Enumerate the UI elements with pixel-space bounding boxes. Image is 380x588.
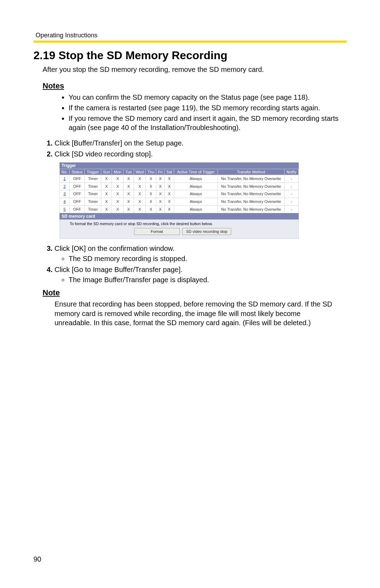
running-header: Operating Instructions xyxy=(36,32,347,39)
cell-day: X xyxy=(156,198,164,205)
cell-day: X xyxy=(156,205,164,213)
cell-active: Always xyxy=(174,198,218,205)
cell-day: X xyxy=(156,175,164,183)
cell-day: X xyxy=(112,175,124,183)
sd-panel: To format the SD memory card or stop SD … xyxy=(59,219,299,239)
th-notify: Notify xyxy=(285,169,299,175)
cell-no[interactable]: 3 xyxy=(60,190,70,198)
cell-day: X xyxy=(101,190,112,198)
note-heading: Note xyxy=(43,288,347,297)
cell-day: X xyxy=(101,198,112,205)
cell-day: X xyxy=(134,198,146,205)
cell-notify: - xyxy=(285,190,299,198)
step-2: Click [SD video recording stop]. xyxy=(55,149,347,159)
notes-item: If you remove the SD memory card and ins… xyxy=(69,114,347,132)
trigger-band: Trigger xyxy=(59,162,299,169)
cell-day: X xyxy=(146,175,156,183)
cell-day: X xyxy=(101,175,112,183)
cell-no[interactable]: 4 xyxy=(60,198,70,205)
notes-item: If the camera is restarted (see page 119… xyxy=(69,103,347,112)
th-method: Transfer Method xyxy=(218,169,285,175)
cell-day: X xyxy=(112,182,124,190)
th-thu: Thu xyxy=(146,169,156,175)
cell-trigger: Timer xyxy=(85,190,101,198)
cell-day: X xyxy=(164,175,174,183)
cell-no[interactable]: 5 xyxy=(60,205,70,213)
cell-day: X xyxy=(164,205,174,213)
cell-status: OFF xyxy=(70,190,85,198)
cell-day: X xyxy=(146,198,156,205)
document-page: Operating Instructions 2.19 Stop the SD … xyxy=(0,0,380,588)
th-tue: Tue xyxy=(124,169,134,175)
cell-method: No Transfer, No Memory Overwrite xyxy=(218,175,285,183)
step-4-sublist: The Image Buffer/Transfer page is displa… xyxy=(59,275,347,285)
notes-list: You can confirm the SD memory capacity o… xyxy=(55,93,347,132)
cell-day: X xyxy=(146,205,156,213)
step-3-text: Click [OK] on the confirmation window. xyxy=(55,245,175,252)
cell-day: X xyxy=(124,198,134,205)
cell-method: No Transfer, No Memory Overwrite xyxy=(218,182,285,190)
notes-item: You can confirm the SD memory capacity o… xyxy=(69,93,347,102)
cell-day: X xyxy=(112,190,124,198)
cell-day: X xyxy=(124,175,134,183)
th-no: No. xyxy=(60,169,70,175)
intro-text: After you stop the SD memory recording, … xyxy=(43,66,347,74)
cell-day: X xyxy=(156,182,164,190)
notes-heading: Notes xyxy=(43,81,347,91)
cell-day: X xyxy=(134,205,146,213)
cell-trigger: Timer xyxy=(85,198,101,205)
cell-day: X xyxy=(112,205,124,213)
cell-active: Always xyxy=(174,205,218,213)
cell-day: X xyxy=(134,182,146,190)
table-row: 4OFFTimerXXXXXXXAlwaysNo Transfer, No Me… xyxy=(60,198,299,205)
cell-trigger: Timer xyxy=(85,182,101,190)
cell-notify: - xyxy=(285,205,299,213)
format-button[interactable]: Format xyxy=(134,228,180,235)
th-sun: Sun xyxy=(101,169,112,175)
cell-method: No Transfer, No Memory Overwrite xyxy=(218,198,285,205)
cell-active: Always xyxy=(174,175,218,183)
cell-day: X xyxy=(124,205,134,213)
cell-day: X xyxy=(164,190,174,198)
cell-active: Always xyxy=(174,182,218,190)
table-row: 5OFFTimerXXXXXXXAlwaysNo Transfer, No Me… xyxy=(60,205,299,213)
cell-active: Always xyxy=(174,190,218,198)
step-3: Click [OK] on the confirmation window. T… xyxy=(55,244,347,264)
cell-status: OFF xyxy=(70,182,85,190)
cell-day: X xyxy=(101,205,112,213)
cell-method: No Transfer, No Memory Overwrite xyxy=(218,190,285,198)
section-title: 2.19 Stop the SD Memory Recording xyxy=(33,49,347,62)
cell-status: OFF xyxy=(70,175,85,183)
th-mon: Mon xyxy=(112,169,124,175)
cell-day: X xyxy=(156,190,164,198)
sd-instruction-text: To format the SD memory card or stop SD … xyxy=(70,222,296,226)
step-4-text: Click [Go to Image Buffer/Transfer page]… xyxy=(55,266,183,273)
cell-day: X xyxy=(146,182,156,190)
table-row: 1OFFTimerXXXXXXXAlwaysNo Transfer, No Me… xyxy=(60,175,299,183)
steps-list-top: Click [Buffer/Transfer] on the Setup pag… xyxy=(43,138,347,159)
th-trigger: Trigger xyxy=(85,169,101,175)
step-4: Click [Go to Image Buffer/Transfer page]… xyxy=(55,265,347,285)
step-4-sub: The Image Buffer/Transfer page is displa… xyxy=(69,275,347,285)
cell-trigger: Timer xyxy=(85,175,101,183)
cell-day: X xyxy=(134,175,146,183)
sd-band: SD memory card xyxy=(59,213,299,219)
table-row: 2OFFTimerXXXXXXXAlwaysNo Transfer, No Me… xyxy=(60,182,299,190)
cell-notify: - xyxy=(285,198,299,205)
trigger-body: 1OFFTimerXXXXXXXAlwaysNo Transfer, No Me… xyxy=(60,175,299,213)
sd-button-row: Format SD video recording stop xyxy=(70,228,296,235)
cell-notify: - xyxy=(285,182,299,190)
note-body: Ensure that recording has been stopped, … xyxy=(55,299,336,327)
cell-no[interactable]: 2 xyxy=(60,182,70,190)
cell-notify: - xyxy=(285,175,299,183)
trigger-header-row: No. Status Trigger Sun Mon Tue Wed Thu F… xyxy=(60,169,299,175)
cell-trigger: Timer xyxy=(85,205,101,213)
steps-list-bottom: Click [OK] on the confirmation window. T… xyxy=(43,244,347,285)
step-1: Click [Buffer/Transfer] on the Setup pag… xyxy=(55,138,347,148)
cell-method: No Transfer, No Memory Overwrite xyxy=(218,205,285,213)
cell-no[interactable]: 1 xyxy=(60,175,70,183)
th-sat: Sat xyxy=(164,169,174,175)
header-rule xyxy=(33,41,347,43)
cell-day: X xyxy=(112,198,124,205)
sd-stop-button[interactable]: SD video recording stop xyxy=(182,228,231,235)
